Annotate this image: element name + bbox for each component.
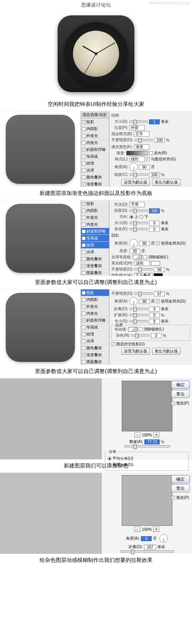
anti-alias-checkbox[interactable] xyxy=(143,255,147,259)
contour-picker[interactable] xyxy=(128,327,137,332)
hi-opacity-slider[interactable] xyxy=(134,268,153,271)
checkbox-icon[interactable] xyxy=(82,339,86,343)
fx-satin[interactable]: 光泽 xyxy=(81,167,109,174)
fx-satin[interactable]: 光泽 xyxy=(81,249,109,256)
soften-slider[interactable] xyxy=(129,228,148,230)
angle-dial[interactable] xyxy=(159,534,168,543)
opacity-slider[interactable] xyxy=(134,139,153,141)
checkbox-icon[interactable] xyxy=(82,360,86,364)
gaussian-radio[interactable] xyxy=(108,463,111,467)
highlight-color[interactable] xyxy=(151,261,160,266)
opacity-input[interactable]: 67 xyxy=(154,291,165,296)
checkbox-icon[interactable] xyxy=(82,291,86,295)
angle-dial[interactable] xyxy=(129,297,138,305)
fx-drop-shadow[interactable]: 投影 xyxy=(81,289,109,296)
size-input[interactable]: 8 xyxy=(149,221,160,226)
ok-button[interactable]: 确定 xyxy=(171,381,190,389)
checkbox-icon[interactable] xyxy=(82,134,86,138)
fx-bevel[interactable]: 斜面和浮雕 xyxy=(81,317,109,324)
checkbox-icon[interactable] xyxy=(82,162,86,165)
fx-contour[interactable]: 等高线 xyxy=(81,235,109,242)
checkbox-icon[interactable] xyxy=(82,250,86,254)
checkbox-icon[interactable] xyxy=(82,346,86,350)
fx-contour[interactable]: 等高线 xyxy=(81,153,109,160)
checkbox-icon[interactable] xyxy=(82,305,86,309)
size-slider[interactable] xyxy=(129,320,148,322)
fx-inner-glow[interactable]: 内发光 xyxy=(81,221,109,228)
zoom-out-button[interactable]: - xyxy=(134,527,141,532)
fx-pattern-overlay[interactable]: 图案叠加 xyxy=(81,358,109,365)
shadow-mode-select[interactable]: 正片叠底 xyxy=(134,273,152,276)
amount-input[interactable]: 77.73 xyxy=(144,439,160,444)
depth-input[interactable]: 100 xyxy=(149,208,160,213)
technique-select[interactable]: 平滑 xyxy=(129,202,145,207)
zoom-out-button[interactable]: - xyxy=(134,432,141,438)
checkbox-icon[interactable] xyxy=(82,230,86,233)
spread-slider[interactable] xyxy=(129,314,148,316)
checkbox-icon[interactable] xyxy=(82,298,86,302)
fx-bevel[interactable]: 斜面和浮雕 xyxy=(81,146,109,153)
fx-color-overlay[interactable]: 颜色叠加 xyxy=(81,256,109,263)
checkbox-icon[interactable] xyxy=(82,271,86,275)
distance-slider[interactable] xyxy=(120,550,174,553)
checkbox-icon[interactable] xyxy=(82,202,86,206)
fx-inner-glow[interactable]: 内发光 xyxy=(81,139,109,146)
contour-picker[interactable] xyxy=(133,255,142,259)
size-slider[interactable] xyxy=(129,121,148,123)
size-slider[interactable] xyxy=(129,222,148,224)
uniform-radio[interactable] xyxy=(108,457,111,461)
style-select[interactable]: 线性 xyxy=(129,157,145,162)
cancel-button[interactable]: 复位 xyxy=(171,484,190,492)
amount-slider[interactable] xyxy=(124,445,170,447)
noise-input[interactable]: 0 xyxy=(151,333,162,338)
angle-input[interactable]: 90 xyxy=(139,299,150,304)
scale-slider[interactable] xyxy=(129,173,148,176)
anti-alias-checkbox[interactable] xyxy=(139,327,142,331)
fx-texture[interactable]: 纹理 xyxy=(81,331,109,338)
highlight-mode-select[interactable]: 滤色 xyxy=(134,261,150,266)
angle-input[interactable]: 90 xyxy=(139,165,150,170)
fx-inner-glow[interactable]: 内发光 xyxy=(81,310,109,317)
blur-distance-input[interactable]: 107 xyxy=(144,545,156,550)
checkbox-icon[interactable] xyxy=(82,332,86,336)
fx-outer-glow[interactable]: 外发光 xyxy=(81,303,109,310)
spread-input[interactable]: 0 xyxy=(149,313,160,318)
angle-dial[interactable] xyxy=(129,163,138,171)
reset-default-button[interactable]: 复位为默认值 xyxy=(152,179,180,186)
fx-contour[interactable]: 等高线 xyxy=(81,324,109,331)
dir-down-radio[interactable] xyxy=(139,215,143,219)
checkbox-icon[interactable] xyxy=(82,175,86,179)
set-default-button[interactable]: 设置为默认值 xyxy=(121,348,150,355)
blur-angle-input[interactable]: 0 xyxy=(141,536,152,541)
checkbox-icon[interactable] xyxy=(82,353,86,357)
checkbox-icon[interactable] xyxy=(82,216,86,220)
checkbox-icon[interactable] xyxy=(82,236,86,240)
fx-texture[interactable]: 纹理 xyxy=(81,160,109,167)
checkbox-icon[interactable] xyxy=(82,319,86,322)
distance-slider[interactable] xyxy=(129,308,148,310)
checkbox-icon[interactable] xyxy=(82,127,86,131)
fx-texture[interactable]: 纹理 xyxy=(81,242,109,249)
angle-dial[interactable] xyxy=(129,239,138,248)
cancel-button[interactable]: 复位 xyxy=(171,390,190,398)
reset-default-button[interactable]: 复位为默认值 xyxy=(152,348,180,355)
fx-drop-shadow[interactable]: 投影 xyxy=(81,119,109,125)
fx-pattern-overlay[interactable]: 图案叠加 xyxy=(81,269,109,276)
checkbox-icon[interactable] xyxy=(82,257,86,261)
checkbox-icon[interactable] xyxy=(82,243,86,247)
gradient-picker[interactable] xyxy=(126,151,148,155)
distance-input[interactable]: 9 xyxy=(149,307,160,312)
depth-slider[interactable] xyxy=(129,210,148,212)
checkbox-icon[interactable] xyxy=(82,223,86,226)
fx-gradient-overlay[interactable]: 渐变叠加 xyxy=(81,263,109,269)
ok-button[interactable]: 确定 xyxy=(171,475,190,483)
fill-type-select[interactable]: 渐变 xyxy=(134,144,149,150)
fx-inner-shadow[interactable]: 内阴影 xyxy=(81,207,109,214)
checkbox-icon[interactable] xyxy=(82,209,86,213)
size-input[interactable]: 1 xyxy=(149,119,160,124)
fx-color-overlay[interactable]: 颜色叠加 xyxy=(81,345,109,352)
fx-outer-glow[interactable]: 外发光 xyxy=(81,132,109,139)
fx-drop-shadow[interactable]: 投影 xyxy=(81,200,109,207)
fx-satin[interactable]: 光泽 xyxy=(81,338,109,345)
position-select[interactable]: 外部 xyxy=(129,125,145,130)
